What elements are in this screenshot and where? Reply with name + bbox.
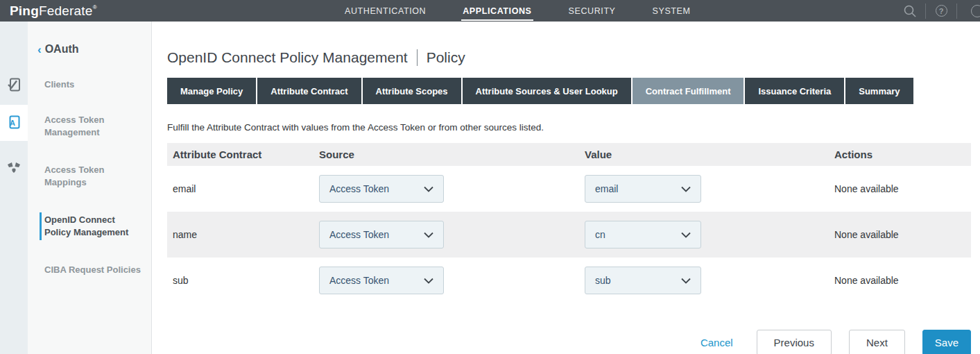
icon-rail: A <box>0 22 28 354</box>
next-button[interactable]: Next <box>849 330 905 354</box>
col-header-attribute-contract: Attribute Contract <box>167 149 319 160</box>
tab-attribute-sources-user-lookup[interactable]: Attribute Sources & User Lookup <box>463 78 631 104</box>
nav-authentication[interactable]: AUTHENTICATION <box>343 6 427 16</box>
nav-applications[interactable]: APPLICATIONS <box>461 6 533 16</box>
top-navigation: AUTHENTICATION APPLICATIONS SECURITY SYS… <box>343 0 692 22</box>
table-row: name Access Token cn None available <box>167 212 971 258</box>
value-dropdown-value: email <box>595 183 618 194</box>
sidebar-item-clients[interactable]: Clients <box>44 78 141 91</box>
page-subtitle: Policy <box>417 49 465 66</box>
clients-section-icon[interactable] <box>6 76 22 93</box>
tab-issuance-criteria[interactable]: Issuance Criteria <box>745 78 844 104</box>
value-dropdown-row1[interactable]: email <box>585 175 701 203</box>
sidebar-item-ciba-request-policies[interactable]: CIBA Request Policies <box>44 264 141 276</box>
source-dropdown-row2[interactable]: Access Token <box>319 221 444 248</box>
sidebar-panel: ‹ OAuth Clients Access Token Management … <box>28 22 152 354</box>
table-row: sub Access Token sub None available <box>167 258 971 303</box>
chevron-down-icon <box>681 232 691 238</box>
page-title-text: OpenID Connect Policy Management <box>167 49 408 66</box>
attribute-name: name <box>167 229 319 240</box>
value-dropdown-value: sub <box>595 275 611 286</box>
help-glyph: ? <box>936 5 947 17</box>
search-icon[interactable] <box>902 3 918 19</box>
value-dropdown-row3[interactable]: sub <box>585 267 701 294</box>
wizard-tabs: Manage Policy Attribute Contract Attribu… <box>167 78 971 104</box>
actions-none-available: None available <box>834 229 971 240</box>
page-title: OpenID Connect Policy Management Policy <box>167 49 971 66</box>
tab-summary[interactable]: Summary <box>845 78 913 104</box>
brand-bold: Ping <box>10 3 39 18</box>
avatar <box>971 5 980 17</box>
table-header-row: Attribute Contract Source Value Actions <box>167 143 971 166</box>
brand-regular: Federate <box>39 3 93 18</box>
footer-actions: Cancel Previous Next Save <box>167 330 971 354</box>
value-dropdown-value: cn <box>595 229 605 240</box>
save-button[interactable]: Save <box>922 330 971 354</box>
source-dropdown-row1[interactable]: Access Token <box>319 175 444 203</box>
tab-contract-fulfillment[interactable]: Contract Fulfillment <box>633 78 744 104</box>
attribute-name: email <box>167 183 319 194</box>
attribute-name: sub <box>167 275 319 286</box>
topbar-icons: ? <box>902 0 980 22</box>
value-dropdown-row2[interactable]: cn <box>585 221 701 248</box>
federation-section-icon[interactable] <box>6 159 22 176</box>
actions-none-available: None available <box>834 183 971 194</box>
tab-attribute-scopes[interactable]: Attribute Scopes <box>363 78 461 104</box>
main-content: OpenID Connect Policy Management Policy … <box>153 22 980 354</box>
col-header-actions: Actions <box>834 149 971 160</box>
sidebar-item-access-token-mappings[interactable]: Access Token Mappings <box>44 164 141 189</box>
cancel-link[interactable]: Cancel <box>700 337 733 348</box>
source-dropdown-value: Access Token <box>329 183 389 194</box>
nav-security[interactable]: SECURITY <box>567 6 617 16</box>
previous-button[interactable]: Previous <box>757 330 832 354</box>
topbar: PingFederate® AUTHENTICATION APPLICATION… <box>0 0 980 22</box>
chevron-down-icon <box>424 186 433 192</box>
source-dropdown-row3[interactable]: Access Token <box>319 267 444 294</box>
tab-attribute-contract[interactable]: Attribute Contract <box>257 78 361 104</box>
registered-mark: ® <box>93 4 97 10</box>
help-icon[interactable]: ? <box>934 3 949 19</box>
source-dropdown-value: Access Token <box>329 229 389 240</box>
user-account-icon[interactable] <box>965 3 980 19</box>
oauth-letter: A <box>10 119 15 127</box>
source-dropdown-value: Access Token <box>329 275 389 286</box>
tab-manage-policy[interactable]: Manage Policy <box>167 78 256 104</box>
sidebar: A ‹ OAuth Clients Access Token Managemen… <box>0 22 153 354</box>
sidebar-item-access-token-management[interactable]: Access Token Management <box>44 114 141 139</box>
back-to-oauth-link[interactable]: ‹ OAuth <box>37 43 79 56</box>
table-row: email Access Token email None available <box>167 166 971 212</box>
pingfederate-logo[interactable]: PingFederate® <box>10 3 97 19</box>
chevron-down-icon <box>424 278 433 284</box>
sidebar-item-openid-connect-policy-management[interactable]: OpenID Connect Policy Management <box>44 214 141 239</box>
chevron-down-icon <box>681 278 691 284</box>
col-header-value: Value <box>585 149 834 160</box>
chevron-left-icon: ‹ <box>37 44 42 56</box>
page-description: Fulfill the Attribute Contract with valu… <box>167 122 971 133</box>
actions-none-available: None available <box>834 275 971 286</box>
oauth-section-icon[interactable]: A <box>6 114 22 130</box>
topbar-divider <box>925 3 926 19</box>
chevron-down-icon <box>424 232 433 238</box>
chevron-down-icon <box>681 186 691 192</box>
nav-system[interactable]: SYSTEM <box>651 6 692 16</box>
fulfillment-table: Attribute Contract Source Value Actions … <box>167 143 971 303</box>
back-label: OAuth <box>45 43 79 56</box>
col-header-source: Source <box>319 149 585 160</box>
topbar-divider <box>956 3 957 19</box>
